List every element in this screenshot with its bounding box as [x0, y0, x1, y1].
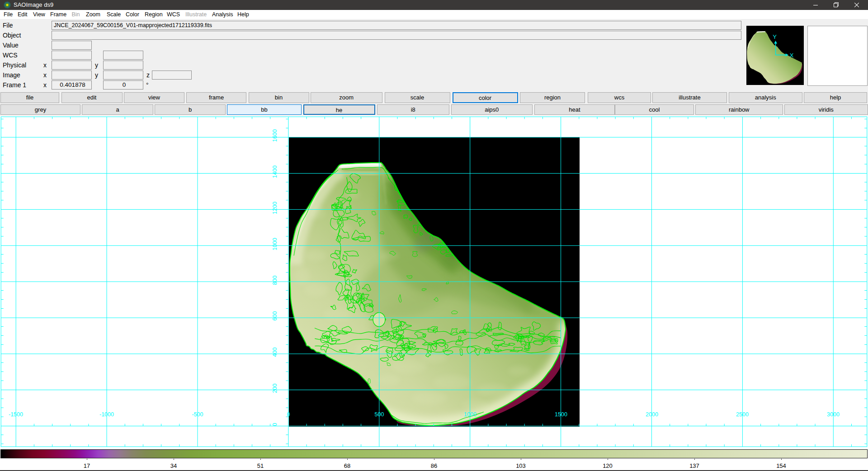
svg-text:1000: 1000 [464, 411, 476, 418]
svg-text:-1000: -1000 [99, 411, 114, 418]
svg-text:0: 0 [287, 411, 290, 418]
svg-text:-1500: -1500 [9, 411, 23, 418]
svg-text:X: X [790, 52, 794, 59]
svg-text:800: 800 [272, 275, 278, 285]
svg-text:-500: -500 [192, 411, 203, 418]
svg-text:1500: 1500 [555, 411, 567, 418]
svg-text:Y: Y [773, 33, 777, 40]
svg-text:3000: 3000 [827, 411, 840, 418]
svg-text:2000: 2000 [646, 411, 658, 418]
svg-text:1200: 1200 [272, 202, 278, 214]
svg-text:1000: 1000 [272, 238, 278, 250]
svg-text:200: 200 [272, 383, 278, 393]
svg-text:1400: 1400 [272, 165, 278, 178]
svg-text:0: 0 [272, 423, 278, 426]
svg-text:500: 500 [375, 411, 384, 418]
svg-text:400: 400 [272, 347, 278, 357]
svg-text:600: 600 [272, 311, 278, 320]
svg-text:1600: 1600 [272, 129, 278, 142]
svg-text:2500: 2500 [736, 411, 749, 418]
